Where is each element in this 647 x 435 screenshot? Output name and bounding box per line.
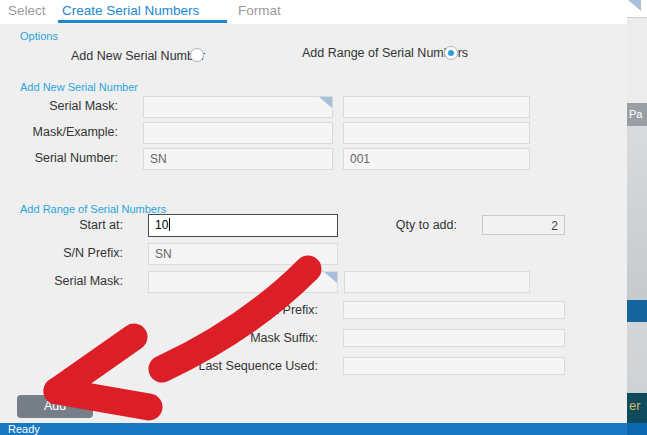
background-panel (627, 18, 647, 103)
add-range-section-heading: Add Range of Serial Numbers (20, 203, 166, 215)
radio-add-new-label: Add New Serial Number (71, 49, 205, 63)
tab-format[interactable]: Format (238, 3, 281, 18)
radio-add-new[interactable] (190, 48, 204, 62)
add-new-section-heading: Add New Serial Number (20, 81, 138, 93)
mask-example-label: Mask/Example: (33, 125, 118, 139)
serial-mask-label: Serial Mask: (49, 99, 118, 113)
mask-dropdown-triangle-icon (324, 272, 337, 283)
mask-prefix-label: Mask Prefix: (249, 303, 318, 317)
range-serial-mask-field-2[interactable] (344, 271, 530, 293)
serial-mask-field-2[interactable] (343, 96, 530, 118)
tab-select[interactable]: Select (8, 3, 46, 18)
text-caret (169, 218, 170, 231)
tab-create-serial-numbers[interactable]: Create Serial Numbers (62, 3, 199, 18)
last-sequence-used-label: Last Sequence Used: (198, 359, 318, 373)
options-heading: Options (20, 30, 58, 42)
background-panel (627, 126, 647, 300)
background-bottom-bar (627, 423, 647, 435)
mask-dropdown-triangle-icon (628, 0, 641, 11)
background-window-strip: Pa er (627, 0, 647, 435)
sn-prefix-field[interactable]: SN (148, 243, 338, 265)
dialog-body: Options Add New Serial Number Add Range … (0, 24, 627, 423)
serial-number-field-2[interactable]: 001 (343, 148, 530, 170)
mask-suffix-field[interactable] (343, 329, 565, 347)
background-field-corner (627, 0, 647, 18)
sn-prefix-label: S/N Prefix: (63, 246, 123, 260)
serial-mask-field-1[interactable] (143, 96, 333, 118)
create-serial-numbers-dialog: Select Create Serial Numbers Format Opti… (0, 0, 647, 435)
serial-number-label: Serial Number: (35, 151, 118, 165)
start-at-input[interactable]: 10 (148, 214, 338, 237)
last-sequence-used-field[interactable] (343, 357, 565, 375)
start-at-label: Start at: (79, 218, 123, 232)
background-teal-bar: er (627, 393, 647, 423)
tab-bar: Select Create Serial Numbers Format (0, 0, 627, 24)
add-button[interactable]: Add (17, 395, 93, 418)
background-window-button[interactable]: Pa (627, 103, 647, 126)
background-panel (627, 322, 647, 393)
serial-number-field-1[interactable]: SN (143, 148, 333, 170)
radio-add-range[interactable] (444, 46, 458, 60)
range-serial-mask-field-1[interactable] (148, 271, 338, 293)
qty-to-add-label: Qty to add: (396, 218, 457, 232)
range-serial-mask-label: Serial Mask: (54, 274, 123, 288)
mask-example-field-2[interactable] (343, 122, 530, 144)
mask-example-field-1[interactable] (143, 122, 333, 144)
status-bar: Ready (0, 423, 627, 435)
active-tab-underline (58, 20, 227, 23)
background-blue-bar (627, 300, 647, 322)
mask-prefix-field[interactable] (343, 301, 565, 319)
qty-to-add-field[interactable]: 2 (482, 215, 565, 235)
mask-dropdown-triangle-icon (319, 97, 332, 108)
mask-suffix-label: Mask Suffix: (250, 331, 318, 345)
